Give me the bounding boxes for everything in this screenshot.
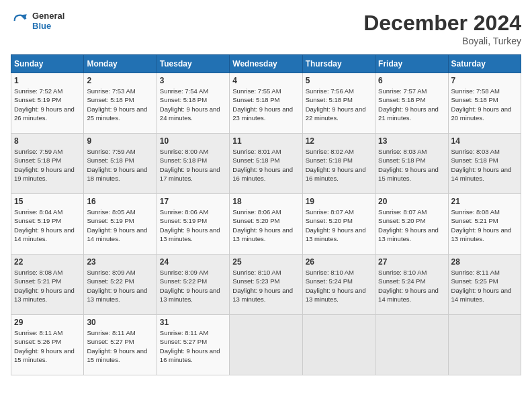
day-detail: Sunrise: 8:10 AM Sunset: 5:24 PM Dayligh… (378, 268, 445, 304)
calendar-day-cell: 13 Sunrise: 8:03 AM Sunset: 5:18 PM Dayl… (375, 134, 448, 194)
day-number: 7 (451, 76, 518, 85)
calendar-day-cell: 27 Sunrise: 8:10 AM Sunset: 5:24 PM Dayl… (375, 255, 448, 315)
day-number: 2 (87, 76, 153, 85)
day-detail: Sunrise: 8:03 AM Sunset: 5:18 PM Dayligh… (378, 147, 445, 183)
day-number: 20 (378, 197, 445, 206)
calendar-title: December 2024 (363, 11, 521, 36)
day-number: 28 (451, 257, 518, 267)
day-detail: Sunrise: 8:11 AM Sunset: 5:25 PM Dayligh… (451, 268, 518, 304)
day-detail: Sunrise: 7:56 AM Sunset: 5:18 PM Dayligh… (306, 87, 372, 122)
calendar-day-cell: 19 Sunrise: 8:07 AM Sunset: 5:20 PM Dayl… (302, 194, 375, 255)
day-number: 8 (14, 136, 81, 146)
day-detail: Sunrise: 8:07 AM Sunset: 5:20 PM Dayligh… (306, 208, 372, 243)
day-of-week-header: Monday (84, 55, 157, 73)
day-detail: Sunrise: 8:11 AM Sunset: 5:27 PM Dayligh… (87, 328, 153, 364)
calendar-day-cell: 28 Sunrise: 8:11 AM Sunset: 5:25 PM Dayl… (448, 255, 521, 315)
calendar-day-cell (448, 315, 521, 375)
day-number: 31 (160, 318, 226, 327)
day-detail: Sunrise: 7:59 AM Sunset: 5:18 PM Dayligh… (14, 147, 81, 183)
day-detail: Sunrise: 7:53 AM Sunset: 5:18 PM Dayligh… (87, 87, 153, 122)
day-number: 10 (160, 136, 226, 146)
day-of-week-header: Wednesday (230, 55, 302, 73)
day-of-week-header: Tuesday (157, 55, 229, 73)
calendar-day-cell: 3 Sunrise: 7:54 AM Sunset: 5:18 PM Dayli… (157, 73, 229, 134)
day-detail: Sunrise: 7:58 AM Sunset: 5:18 PM Dayligh… (451, 87, 518, 122)
day-detail: Sunrise: 8:09 AM Sunset: 5:22 PM Dayligh… (160, 268, 226, 304)
day-number: 21 (451, 197, 518, 206)
calendar-day-cell: 2 Sunrise: 7:53 AM Sunset: 5:18 PM Dayli… (84, 73, 157, 134)
day-number: 27 (378, 257, 445, 267)
day-number: 15 (14, 197, 81, 206)
calendar-location: Boyali, Turkey (363, 36, 521, 46)
calendar-day-cell: 26 Sunrise: 8:10 AM Sunset: 5:24 PM Dayl… (302, 255, 375, 315)
calendar-day-cell: 4 Sunrise: 7:55 AM Sunset: 5:18 PM Dayli… (230, 73, 302, 134)
day-detail: Sunrise: 8:06 AM Sunset: 5:20 PM Dayligh… (232, 208, 299, 243)
calendar-day-cell: 17 Sunrise: 8:06 AM Sunset: 5:19 PM Dayl… (157, 194, 229, 255)
day-of-week-header: Thursday (302, 55, 375, 73)
calendar-day-cell: 24 Sunrise: 8:09 AM Sunset: 5:22 PM Dayl… (157, 255, 229, 315)
day-detail: Sunrise: 8:01 AM Sunset: 5:18 PM Dayligh… (232, 147, 299, 183)
page-header: General Blue December 2024 Boyali, Turke… (11, 11, 521, 46)
day-of-week-header: Sunday (11, 55, 84, 73)
calendar-day-cell: 14 Sunrise: 8:03 AM Sunset: 5:18 PM Dayl… (448, 134, 521, 194)
day-number: 26 (306, 257, 372, 267)
day-number: 13 (378, 136, 445, 146)
calendar-day-cell (302, 315, 375, 375)
day-detail: Sunrise: 8:11 AM Sunset: 5:27 PM Dayligh… (160, 328, 226, 364)
day-detail: Sunrise: 7:59 AM Sunset: 5:18 PM Dayligh… (87, 147, 153, 183)
day-number: 23 (87, 257, 153, 267)
calendar-day-cell: 10 Sunrise: 8:00 AM Sunset: 5:18 PM Dayl… (157, 134, 229, 194)
day-detail: Sunrise: 7:52 AM Sunset: 5:19 PM Dayligh… (14, 87, 81, 122)
calendar-day-cell: 11 Sunrise: 8:01 AM Sunset: 5:18 PM Dayl… (230, 134, 302, 194)
day-detail: Sunrise: 8:05 AM Sunset: 5:19 PM Dayligh… (87, 208, 153, 243)
day-number: 25 (232, 257, 299, 267)
day-detail: Sunrise: 8:08 AM Sunset: 5:21 PM Dayligh… (14, 268, 81, 304)
day-detail: Sunrise: 8:11 AM Sunset: 5:26 PM Dayligh… (14, 328, 81, 364)
title-block: December 2024 Boyali, Turkey (363, 11, 521, 46)
day-number: 24 (160, 257, 226, 267)
day-number: 4 (232, 76, 299, 85)
day-of-week-header: Friday (375, 55, 448, 73)
calendar-day-cell (375, 315, 448, 375)
calendar-day-cell: 18 Sunrise: 8:06 AM Sunset: 5:20 PM Dayl… (230, 194, 302, 255)
day-detail: Sunrise: 7:57 AM Sunset: 5:18 PM Dayligh… (378, 87, 445, 122)
calendar-day-cell: 5 Sunrise: 7:56 AM Sunset: 5:18 PM Dayli… (302, 73, 375, 134)
calendar-day-cell: 16 Sunrise: 8:05 AM Sunset: 5:19 PM Dayl… (84, 194, 157, 255)
calendar-day-cell: 6 Sunrise: 7:57 AM Sunset: 5:18 PM Dayli… (375, 73, 448, 134)
day-detail: Sunrise: 8:02 AM Sunset: 5:18 PM Dayligh… (306, 147, 372, 183)
calendar-day-cell: 23 Sunrise: 8:09 AM Sunset: 5:22 PM Dayl… (84, 255, 157, 315)
calendar-day-cell: 15 Sunrise: 8:04 AM Sunset: 5:19 PM Dayl… (11, 194, 84, 255)
day-detail: Sunrise: 8:10 AM Sunset: 5:24 PM Dayligh… (306, 268, 372, 304)
day-number: 11 (232, 136, 299, 146)
calendar-day-cell (230, 315, 302, 375)
day-number: 22 (14, 257, 81, 267)
calendar-week-row: 8 Sunrise: 7:59 AM Sunset: 5:18 PM Dayli… (11, 134, 521, 194)
day-number: 29 (14, 318, 81, 327)
calendar-week-row: 29 Sunrise: 8:11 AM Sunset: 5:26 PM Dayl… (11, 315, 521, 375)
logo-icon (11, 11, 30, 30)
day-number: 17 (160, 197, 226, 206)
calendar-day-cell: 29 Sunrise: 8:11 AM Sunset: 5:26 PM Dayl… (11, 315, 84, 375)
day-detail: Sunrise: 8:10 AM Sunset: 5:23 PM Dayligh… (232, 268, 299, 304)
day-number: 16 (87, 197, 153, 206)
day-detail: Sunrise: 8:08 AM Sunset: 5:21 PM Dayligh… (451, 208, 518, 243)
day-number: 6 (378, 76, 445, 85)
calendar-week-row: 22 Sunrise: 8:08 AM Sunset: 5:21 PM Dayl… (11, 255, 521, 315)
day-number: 19 (306, 197, 372, 206)
calendar-day-cell: 30 Sunrise: 8:11 AM Sunset: 5:27 PM Dayl… (84, 315, 157, 375)
day-detail: Sunrise: 8:06 AM Sunset: 5:19 PM Dayligh… (160, 208, 226, 243)
day-detail: Sunrise: 7:55 AM Sunset: 5:18 PM Dayligh… (232, 87, 299, 122)
calendar-day-cell: 8 Sunrise: 7:59 AM Sunset: 5:18 PM Dayli… (11, 134, 84, 194)
day-number: 3 (160, 76, 226, 85)
calendar-day-cell: 21 Sunrise: 8:08 AM Sunset: 5:21 PM Dayl… (448, 194, 521, 255)
calendar-day-cell: 25 Sunrise: 8:10 AM Sunset: 5:23 PM Dayl… (230, 255, 302, 315)
day-detail: Sunrise: 8:07 AM Sunset: 5:20 PM Dayligh… (378, 208, 445, 243)
day-of-week-header: Saturday (448, 55, 521, 73)
day-number: 12 (306, 136, 372, 146)
calendar-week-row: 1 Sunrise: 7:52 AM Sunset: 5:19 PM Dayli… (11, 73, 521, 134)
day-detail: Sunrise: 8:00 AM Sunset: 5:18 PM Dayligh… (160, 147, 226, 183)
calendar-day-cell: 22 Sunrise: 8:08 AM Sunset: 5:21 PM Dayl… (11, 255, 84, 315)
calendar-table: SundayMondayTuesdayWednesdayThursdayFrid… (11, 54, 521, 375)
calendar-week-row: 15 Sunrise: 8:04 AM Sunset: 5:19 PM Dayl… (11, 194, 521, 255)
calendar-day-cell: 9 Sunrise: 7:59 AM Sunset: 5:18 PM Dayli… (84, 134, 157, 194)
